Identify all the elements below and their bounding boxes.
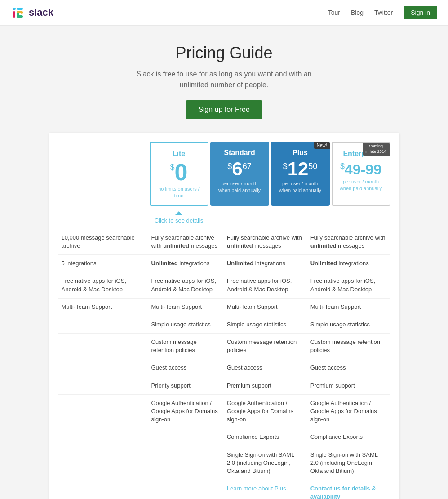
feature-cell-plus: Learn more about Plus [223, 480, 307, 499]
feature-cell-enterprise: Premium support [307, 377, 390, 394]
feature-cell-lite [58, 480, 148, 499]
table-row: Multi-Team SupportMulti-Team SupportMult… [58, 298, 390, 316]
feature-cell-enterprise: Custom message retention policies [307, 334, 390, 359]
feature-cell-standard: Fully searchable archive with unlimited … [148, 229, 223, 255]
feature-cell-plus: Single Sign-on with SAML 2.0 (including … [223, 446, 307, 480]
feature-cell-standard: Multi-Team Support [148, 298, 223, 316]
feature-cell-enterprise: Guest access [307, 359, 390, 377]
plan-billing-standard: per user / monthwhen paid annually [215, 180, 265, 194]
feature-cell-standard: Priority support [148, 377, 223, 394]
plan-billing-lite: no limits on users / time [155, 186, 203, 200]
feature-cell-lite [58, 334, 148, 359]
feature-cell-enterprise: Google Authentication / Google Apps for … [307, 394, 390, 428]
feature-cell-plus: Fully searchable archive with unlimited … [223, 229, 307, 255]
table-row: Single Sign-on with SAML 2.0 (including … [58, 446, 390, 480]
feature-cell-plus: Multi-Team Support [223, 298, 307, 316]
feature-cell-enterprise: Contact us for details & availability [307, 480, 390, 499]
plan-billing-enterprise: per user / monthwhen paid annually [337, 178, 385, 192]
feature-cell-enterprise: Single Sign-on with SAML 2.0 (including … [307, 446, 390, 480]
table-row: 5 integrationsUnlimited integrationsUnli… [58, 255, 390, 272]
feature-cell-lite [58, 359, 148, 377]
feature-cell-enterprise: Unlimited integrations [307, 255, 390, 272]
feature-cell-enterprise: Compliance Exports [307, 428, 390, 446]
learn-more-plus-link[interactable]: Learn more about Plus [227, 485, 286, 492]
feature-cell-plus: Google Authentication / Google Apps for … [223, 394, 307, 428]
table-row: 10,000 message searchable archiveFully s… [58, 229, 390, 255]
plan-card-enterprise: Comingin late 2014 Enterprise $ 49-99 pe… [332, 142, 390, 206]
badge-new: New! [314, 142, 330, 149]
table-row: Learn more about PlusContact us for deta… [58, 480, 390, 499]
lite-details-row: Click to see details [58, 208, 390, 226]
feature-cell-lite [58, 394, 148, 428]
plan-card-standard: Standard $ 6 67 per user / monthwhen pai… [210, 142, 269, 206]
feature-cell-standard: Google Authentication / Google Apps for … [148, 394, 223, 428]
slack-logo-icon [11, 5, 25, 20]
feature-cell-plus: Premium support [223, 377, 307, 394]
signup-free-button[interactable]: Sign up for Free [186, 100, 262, 119]
table-row: Google Authentication / Google Apps for … [58, 394, 390, 428]
plan-name-standard: Standard [215, 149, 265, 157]
lite-details: Click to see details [150, 208, 208, 226]
contact-enterprise-link[interactable]: Contact us for details & availability [310, 485, 376, 499]
signin-button[interactable]: Sign in [404, 6, 437, 19]
table-row: Guest accessGuest accessGuest access [58, 359, 390, 377]
feature-cell-plus: Simple usage statistics [223, 316, 307, 333]
feature-cell-standard: Guest access [148, 359, 223, 377]
hero-section: Pricing Guide Slack is free to use for a… [0, 26, 448, 133]
nav-twitter[interactable]: Twitter [374, 9, 393, 16]
plan-headers: Lite $ 0 no limits on users / time Stand… [58, 142, 390, 206]
logo-text: slack [29, 7, 53, 18]
svg-rect-7 [17, 11, 23, 13]
plan-name-lite: Lite [155, 150, 203, 158]
triangle-up-icon [175, 211, 182, 215]
feature-cell-lite: 10,000 message searchable archive [58, 229, 148, 255]
plan-card-lite: Lite $ 0 no limits on users / time [150, 142, 208, 206]
plan-price-enterprise: $ 49-99 [337, 160, 385, 177]
feature-cell-standard: Simple usage statistics [148, 316, 223, 333]
table-row: Compliance ExportsCompliance Exports [58, 428, 390, 446]
table-row: Free native apps for iOS, Android & Mac … [58, 272, 390, 298]
feature-cell-plus: Guest access [223, 359, 307, 377]
feature-cell-lite [58, 377, 148, 394]
feature-cell-lite [58, 446, 148, 480]
feature-cell-standard [148, 480, 223, 499]
table-row: Simple usage statisticsSimple usage stat… [58, 316, 390, 333]
feature-cell-enterprise: Multi-Team Support [307, 298, 390, 316]
plan-header-spacer [58, 142, 148, 206]
feature-cell-standard: Custom message retention policies [148, 334, 223, 359]
hero-subtitle: Slack is free to use for as long as you … [9, 69, 439, 90]
feature-cell-lite: Multi-Team Support [58, 298, 148, 316]
feature-cell-plus: Compliance Exports [223, 428, 307, 446]
feature-cell-standard: Free native apps for iOS, Android & Mac … [148, 272, 223, 298]
feature-cell-standard [148, 428, 223, 446]
feature-cell-plus: Custom message retention policies [223, 334, 307, 359]
feature-cell-plus: Unlimited integrations [223, 255, 307, 272]
feature-cell-standard: Unlimited integrations [148, 255, 223, 272]
plan-price-lite: $ 0 [155, 160, 203, 184]
svg-rect-3 [13, 8, 16, 10]
feature-cell-enterprise: Fully searchable archive with unlimited … [307, 229, 390, 255]
feature-cell-plus: Free native apps for iOS, Android & Mac … [223, 272, 307, 298]
plan-name-plus: Plus [275, 149, 325, 157]
nav-links: Tour Blog Twitter Sign in [328, 6, 437, 19]
nav-blog[interactable]: Blog [351, 9, 364, 16]
feature-cell-lite: Free native apps for iOS, Android & Mac … [58, 272, 148, 298]
plan-price-plus: $ 12 50 [275, 160, 325, 178]
pricing-container: Lite $ 0 no limits on users / time Stand… [49, 133, 399, 499]
plan-billing-plus: per user / monthwhen paid annually [275, 180, 325, 194]
feature-cell-lite [58, 428, 148, 446]
plan-card-plus: New! Plus $ 12 50 per user / monthwhen p… [271, 142, 330, 206]
table-row: Priority supportPremium supportPremium s… [58, 377, 390, 394]
svg-rect-0 [13, 11, 15, 18]
features-table: 10,000 message searchable archiveFully s… [58, 229, 390, 499]
badge-coming: Comingin late 2014 [363, 143, 390, 156]
feature-cell-lite [58, 316, 148, 333]
nav-tour[interactable]: Tour [328, 9, 340, 16]
lite-details-link[interactable]: Click to see details [155, 217, 203, 224]
feature-cell-lite: 5 integrations [58, 255, 148, 272]
navigation: slack Tour Blog Twitter Sign in [0, 0, 448, 26]
feature-cell-enterprise: Free native apps for iOS, Android & Mac … [307, 272, 390, 298]
feature-cell-standard [148, 446, 223, 480]
plan-price-standard: $ 6 67 [215, 160, 265, 178]
logo[interactable]: slack [11, 5, 53, 20]
